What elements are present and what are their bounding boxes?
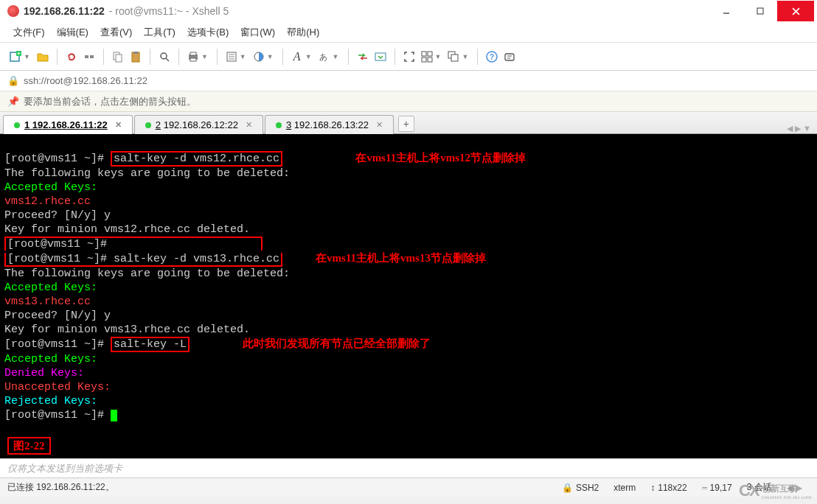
tab-session-1[interactable]: 1 192.168.26.11:22 ✕ [3,115,133,134]
app-icon [7,5,19,17]
terminal-output: Key for minion vms12.rhce.cc deleted. [4,223,250,236]
svg-line-15 [166,58,169,61]
hint-text: 要添加当前会话，点击左侧的箭头按钮。 [24,95,196,108]
terminal-output: The following keys are going to be delet… [4,267,290,280]
svg-text:あ: あ [319,52,327,61]
address-url: ssh://root@192.168.26.11:22 [24,75,147,86]
status-dot-icon [276,122,282,128]
svg-rect-8 [85,55,88,58]
cascade-icon[interactable] [445,49,462,65]
search-icon[interactable] [156,49,173,65]
status-dot-icon [145,122,151,128]
copy-icon[interactable] [110,49,126,65]
dropdown-icon[interactable]: ▼ [267,53,274,60]
tab-close-icon[interactable]: ✕ [115,120,122,130]
encoding-icon[interactable]: あ [316,49,333,65]
minimize-button[interactable] [709,1,743,21]
menu-tabs[interactable]: 选项卡(B) [183,23,233,42]
svg-rect-11 [116,55,122,62]
terminal-output: Proceed? [N/y] y [4,209,111,222]
terminal-output: vms12.rhce.cc [4,195,91,208]
maximize-button[interactable] [743,1,777,21]
dropdown-icon[interactable]: ▼ [201,53,208,60]
tab-close-icon[interactable]: ✕ [376,120,383,130]
tab-session-2[interactable]: 2 192.168.26.12:22 ✕ [134,115,263,134]
annotation: 在vms11主机上将vms12节点删除掉 [355,152,526,164]
menu-edit[interactable]: 编辑(E) [52,23,93,42]
dropdown-icon[interactable]: ▼ [305,53,312,60]
window-titlebar: 192.168.26.11:22 - root@vms11:~ - Xshell… [0,0,817,22]
compose-icon[interactable] [501,49,518,65]
terminal-output: Accepted Keys: [4,181,97,194]
status-term: xterm [606,483,643,493]
window-title-sub: - root@vms11:~ - Xshell 5 [109,5,229,17]
annotation: 此时我们发现所有节点已经全部删除了 [243,337,431,349]
properties-icon[interactable] [223,49,240,65]
new-session-icon[interactable] [7,49,24,65]
svg-rect-31 [451,55,458,61]
print-icon[interactable] [185,49,201,65]
terminal-command: salt-key -L [114,338,187,351]
toolbar: ▼ ▼ ▼ ▼ A ▼ あ ▼ ▼ ▼ ? [0,43,817,71]
menu-help[interactable]: 帮助(H) [282,23,324,42]
terminal-command: salt-key -d vms12.rhce.cc [114,153,279,165]
font-icon[interactable]: A [289,49,305,65]
status-protocol: 🔒SSH2 [554,483,606,493]
dropdown-icon[interactable]: ▼ [24,53,30,60]
lock-icon: 🔒 [7,75,19,86]
svg-rect-9 [90,55,94,58]
terminal-output: Rejected Keys: [4,395,97,407]
menu-window[interactable]: 窗口(W) [236,23,279,42]
prompt: [root@vms11 ~]# [4,409,104,421]
dropdown-icon[interactable]: ▼ [240,53,246,60]
add-tab-button[interactable]: + [398,116,414,132]
input-placeholder: 仅将文本发送到当前选项卡 [7,463,122,474]
status-size: ↕ 118x22 [643,483,694,493]
terminal-output: Accepted Keys: [4,353,97,365]
menu-view[interactable]: 查看(V) [96,23,136,42]
status-cursor-pos: ⎓ 19,17 [695,483,740,493]
dropdown-icon[interactable]: ▼ [333,53,339,60]
tab-session-3[interactable]: 3 192.168.26.13:22 ✕ [265,115,394,134]
fullscreen-icon[interactable] [401,49,417,65]
svg-point-14 [161,53,167,59]
window-title-main: 192.168.26.11:22 [24,5,105,17]
svg-rect-28 [422,57,426,62]
close-button[interactable] [777,1,814,21]
cursor [111,410,117,421]
hint-bar: 📌 要添加当前会话，点击左侧的箭头按钮。 [0,91,817,112]
colorscheme-icon[interactable] [251,49,267,65]
tab-close-icon[interactable]: ✕ [246,120,252,130]
svg-rect-29 [428,57,432,62]
open-icon[interactable] [35,49,51,65]
multi-send-input[interactable]: 仅将文本发送到当前选项卡 [0,458,817,477]
svg-rect-1 [757,8,763,14]
reconnect-icon[interactable] [63,49,80,65]
address-bar[interactable]: 🔒 ssh://root@192.168.26.11:22 [0,71,817,91]
dropdown-icon[interactable]: ▼ [462,53,468,60]
terminal-output: Accepted Keys: [4,281,97,294]
svg-rect-17 [190,52,196,55]
xftp-icon[interactable] [372,49,389,65]
status-dot-icon [14,122,20,128]
disconnect-icon[interactable] [81,49,97,65]
terminal[interactable]: [root@vms11 ~]# salt-key -d vms12.rhce.c… [0,134,817,458]
menubar: 文件(F) 编辑(E) 查看(V) 工具(T) 选项卡(B) 窗口(W) 帮助(… [0,22,817,43]
terminal-output: vms13.rhce.cc [4,295,91,308]
terminal-output: Unaccepted Keys: [4,381,111,393]
menu-tools[interactable]: 工具(T) [139,23,180,42]
svg-rect-26 [422,52,426,56]
status-bar: 已连接 192.168.26.11:22。 🔒SSH2 xterm ↕ 118x… [0,477,817,497]
pin-icon[interactable]: 📌 [7,96,19,107]
tile-icon[interactable] [419,49,435,65]
help-icon[interactable]: ? [484,49,500,65]
dropdown-icon[interactable]: ▼ [435,53,442,60]
tab-strip: 1 192.168.26.11:22 ✕ 2 192.168.26.12:22 … [0,112,817,134]
figure-label: 图2-22 [7,439,51,454]
terminal-command: salt-key -d vms13.rhce.cc [114,253,279,265]
paste-icon[interactable] [128,49,144,65]
tab-nav[interactable]: ◀ ▶ ▼ [787,124,811,133]
svg-rect-25 [375,53,386,60]
transfer-icon[interactable] [355,49,371,65]
menu-file[interactable]: 文件(F) [9,23,49,42]
